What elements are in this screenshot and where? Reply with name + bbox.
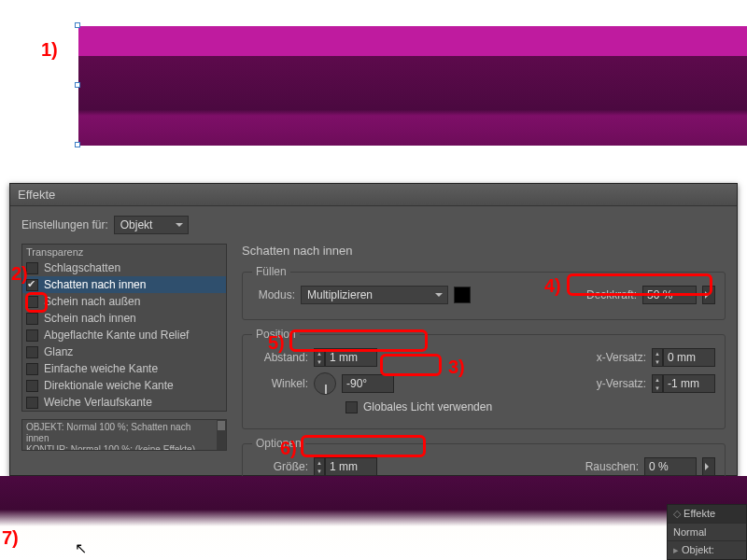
mode-label: Modus: bbox=[252, 288, 295, 301]
annotation-4: 4) bbox=[544, 275, 561, 297]
effect-item-glanz[interactable]: Glanz bbox=[22, 343, 226, 360]
effects-dialog: Effekte Einstellungen für: Objekt Transp… bbox=[9, 183, 738, 476]
position-group: Position Abstand: ▲▼ x-Versatz: ▲▼ Winke… bbox=[242, 328, 726, 429]
annotation-7: 7) bbox=[2, 527, 19, 549]
panel-tab[interactable]: ◇ Effekte bbox=[668, 505, 746, 523]
opacity-label: Deckkraft: bbox=[586, 288, 637, 301]
stepper[interactable]: ▲▼ bbox=[314, 457, 325, 476]
effects-list: Transparenz Schlagschatten Schatten nach… bbox=[21, 244, 227, 412]
effect-item-abgeflachte-kante[interactable]: Abgeflachte Kante und Relief bbox=[22, 327, 226, 343]
noise-label: Rauschen: bbox=[585, 460, 639, 473]
noise-flyout[interactable] bbox=[702, 457, 715, 476]
noise-input[interactable] bbox=[644, 457, 697, 476]
x-offset-input[interactable]: ▲▼ bbox=[652, 348, 715, 367]
y-offset-input[interactable]: ▲▼ bbox=[652, 374, 715, 393]
annotation-2: 2) bbox=[11, 263, 28, 285]
color-swatch[interactable] bbox=[454, 287, 471, 303]
annotation-6: 6) bbox=[280, 438, 297, 459]
options-legend: Optionen bbox=[252, 437, 305, 450]
angle-dial[interactable] bbox=[314, 372, 336, 395]
annotation-3: 3) bbox=[448, 357, 465, 378]
selection-handle[interactable] bbox=[75, 82, 80, 88]
checkbox[interactable] bbox=[26, 380, 38, 392]
fill-legend: Füllen bbox=[252, 265, 290, 278]
angle-label: Winkel: bbox=[252, 377, 308, 390]
stepper[interactable]: ▲▼ bbox=[314, 348, 325, 367]
angle-input[interactable] bbox=[342, 374, 394, 393]
checkbox[interactable] bbox=[26, 363, 38, 375]
checkbox[interactable] bbox=[26, 296, 38, 308]
size-label: Größe: bbox=[252, 460, 308, 473]
panel-mode-row[interactable]: Normal bbox=[668, 523, 746, 540]
panel-title: Schatten nach innen bbox=[242, 244, 726, 258]
checkbox[interactable] bbox=[26, 329, 38, 342]
effects-summary: OBJEKT: Normal 100 %; Schatten nach inne… bbox=[21, 419, 227, 451]
selection-handle[interactable] bbox=[75, 22, 80, 28]
selected-object[interactable] bbox=[78, 26, 747, 146]
effect-item-schein-nach-innen[interactable]: Schein nach innen bbox=[22, 310, 226, 327]
opacity-input[interactable] bbox=[642, 286, 697, 304]
canvas[interactable] bbox=[0, 0, 747, 183]
selection-handle[interactable] bbox=[75, 142, 80, 147]
annotation-5: 5) bbox=[268, 332, 285, 354]
annotation-1: 1) bbox=[41, 39, 58, 61]
bottom-area bbox=[0, 476, 747, 560]
cursor-icon: ↖ bbox=[75, 539, 87, 557]
effect-item-weiche-verlaufskante[interactable]: Weiche Verlaufskante bbox=[22, 394, 226, 411]
checkbox[interactable] bbox=[26, 262, 38, 274]
global-light-checkbox[interactable] bbox=[345, 401, 358, 413]
scrollbar[interactable] bbox=[217, 420, 226, 450]
x-offset-label: x-Versatz: bbox=[597, 351, 646, 364]
settings-for-select[interactable]: Objekt bbox=[114, 216, 189, 234]
fill-group: Füllen Modus: Multiplizieren Deckkraft: bbox=[242, 265, 726, 320]
checkbox[interactable] bbox=[26, 397, 38, 409]
effects-panel[interactable]: ◇ Effekte Normal ▸ Objekt: bbox=[667, 504, 747, 560]
effects-header[interactable]: Transparenz bbox=[22, 245, 226, 259]
effect-item-schatten-nach-innen[interactable]: Schatten nach innen bbox=[22, 276, 226, 293]
stepper[interactable]: ▲▼ bbox=[652, 348, 663, 367]
distance-input[interactable]: ▲▼ bbox=[314, 348, 377, 367]
global-light-label: Globales Licht verwenden bbox=[363, 400, 492, 413]
checkbox[interactable] bbox=[26, 279, 38, 291]
opacity-flyout[interactable] bbox=[702, 286, 715, 304]
stepper[interactable]: ▲▼ bbox=[652, 374, 663, 393]
effect-item-einfache-weiche-kante[interactable]: Einfache weiche Kante bbox=[22, 360, 226, 377]
effect-item-schlagschatten[interactable]: Schlagschatten bbox=[22, 259, 226, 276]
panel-object-row[interactable]: ▸ Objekt: bbox=[668, 540, 746, 559]
checkbox[interactable] bbox=[26, 346, 38, 358]
dialog-title: Effekte bbox=[10, 184, 737, 206]
size-input[interactable]: ▲▼ bbox=[314, 457, 377, 476]
mode-select[interactable]: Multiplizieren bbox=[301, 286, 448, 304]
settings-for-label: Einstellungen für: bbox=[21, 218, 108, 231]
y-offset-label: y-Versatz: bbox=[597, 377, 646, 390]
checkbox[interactable] bbox=[26, 313, 38, 325]
effect-item-direktionale-weiche-kante[interactable]: Direktionale weiche Kante bbox=[22, 377, 226, 394]
effect-item-schein-nach-aussen[interactable]: Schein nach außen bbox=[22, 293, 226, 310]
